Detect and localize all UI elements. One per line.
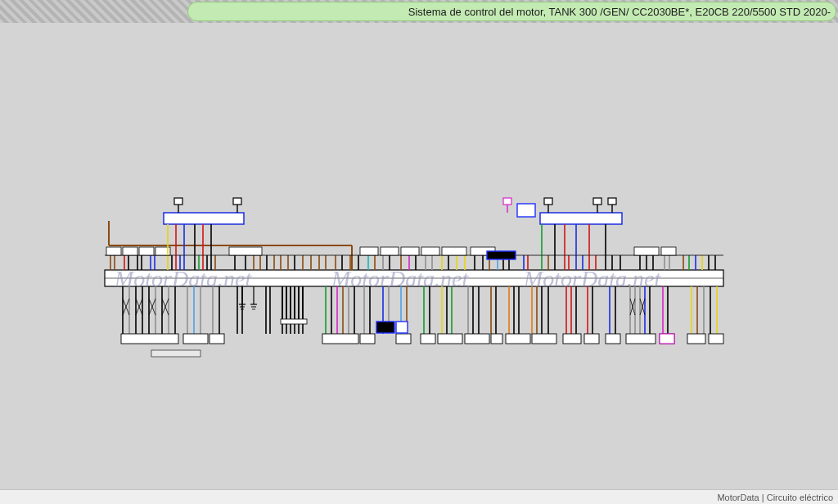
footer-bar: MotorData | Circuito eléctrico [0, 489, 838, 504]
svg-rect-221 [606, 334, 620, 344]
svg-rect-214 [438, 334, 462, 344]
svg-rect-243 [281, 319, 307, 324]
svg-rect-247 [396, 322, 408, 333]
svg-rect-220 [584, 334, 599, 344]
diagram-canvas[interactable]: MotorData.net MotorData.net MotorData.ne… [0, 23, 838, 489]
svg-rect-213 [421, 334, 435, 344]
svg-rect-224 [687, 334, 705, 344]
svg-rect-87 [123, 247, 137, 255]
svg-rect-98 [661, 247, 676, 255]
svg-rect-121 [593, 198, 601, 205]
svg-rect-119 [544, 198, 552, 205]
svg-rect-215 [465, 334, 489, 344]
svg-rect-113 [174, 198, 182, 205]
svg-rect-93 [401, 247, 419, 255]
svg-rect-209 [183, 334, 208, 344]
svg-rect-97 [634, 247, 659, 255]
svg-rect-92 [381, 247, 399, 255]
svg-rect-91 [360, 247, 378, 255]
svg-rect-227 [322, 334, 358, 344]
svg-rect-95 [442, 247, 466, 255]
svg-rect-248 [660, 334, 674, 344]
svg-rect-218 [532, 334, 556, 344]
svg-rect-86 [106, 247, 121, 255]
wiring-diagram [0, 23, 838, 489]
svg-rect-100 [540, 213, 622, 224]
diagram-title-pill: Sistema de control del motor, TANK 300 /… [187, 2, 836, 21]
svg-rect-222 [626, 334, 656, 344]
svg-rect-88 [139, 247, 154, 255]
svg-rect-94 [421, 247, 439, 255]
svg-rect-217 [506, 334, 530, 344]
svg-rect-99 [164, 213, 244, 224]
svg-rect-90 [229, 247, 262, 255]
svg-rect-117 [503, 198, 511, 205]
svg-rect-228 [151, 350, 200, 357]
svg-rect-246 [376, 322, 394, 333]
svg-rect-211 [360, 334, 375, 344]
svg-rect-225 [709, 334, 723, 344]
svg-rect-244 [487, 251, 516, 259]
svg-rect-219 [563, 334, 581, 344]
svg-rect-245 [517, 204, 535, 217]
svg-rect-216 [491, 334, 502, 344]
svg-rect-226 [121, 334, 178, 344]
svg-rect-115 [233, 198, 241, 205]
footer-text: MotorData | Circuito eléctrico [717, 493, 833, 502]
svg-rect-123 [608, 198, 616, 205]
svg-rect-212 [396, 334, 411, 344]
svg-rect-210 [210, 334, 224, 344]
